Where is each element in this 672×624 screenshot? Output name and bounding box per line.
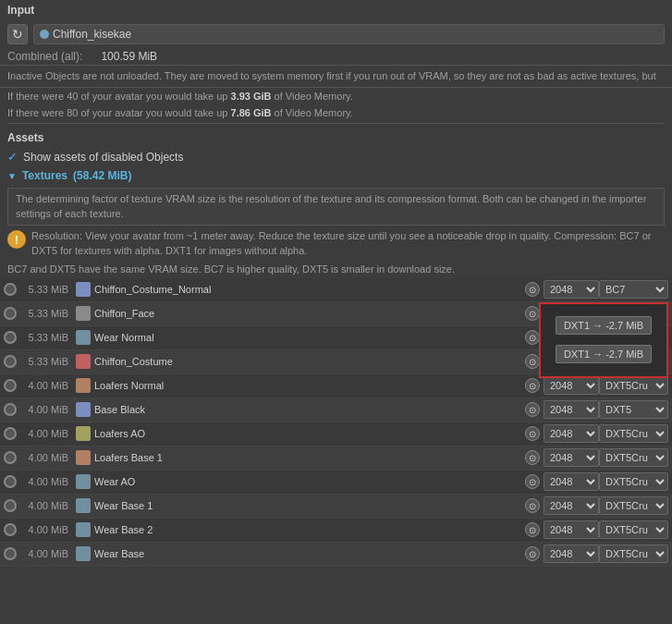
info-circle-btn[interactable]: ⊙ bbox=[525, 402, 540, 417]
texture-row: 4.00 MiB Wear Base ⊙ 3264128256512102420… bbox=[0, 543, 672, 567]
popup-btn-row3[interactable]: DXT1 → -2.7 MiB bbox=[556, 345, 652, 363]
format-select[interactable]: BC7DXT1DXT5DXT5CruBC7Cru bbox=[599, 400, 668, 419]
object-field[interactable]: Chiffon_kisekae bbox=[33, 24, 665, 44]
triangle-icon: ▼ bbox=[7, 171, 17, 181]
format-select[interactable]: BC7DXT1DXT5DXT5CruBC7Cru bbox=[599, 448, 668, 467]
memory-80-suffix: of Video Memory. bbox=[272, 107, 353, 118]
texture-size: 4.00 MiB bbox=[20, 548, 76, 559]
refresh-button[interactable]: ↻ bbox=[7, 24, 28, 44]
texture-name: Wear Base 2 bbox=[94, 524, 521, 535]
info-circle-btn[interactable]: ⊙ bbox=[525, 306, 540, 321]
textures-size: (58.42 MiB) bbox=[73, 169, 131, 182]
format-select[interactable]: BC7DXT1DXT5DXT5CruBC7Cru bbox=[599, 280, 668, 299]
texture-row: 5.33 MiB Chiffon_Costume_Normal ⊙ 326412… bbox=[0, 278, 672, 302]
resolution-select[interactable]: 3264128256512102420484096 bbox=[544, 280, 599, 299]
texture-size: 4.00 MiB bbox=[20, 452, 76, 463]
info-circle-btn[interactable]: ⊙ bbox=[525, 426, 540, 441]
info-circle-btn[interactable]: ⊙ bbox=[525, 546, 540, 561]
format-select[interactable]: BC7DXT1DXT5DXT5CruBC7Cru bbox=[599, 544, 668, 563]
radio-button[interactable] bbox=[4, 355, 17, 368]
info-circle-btn[interactable]: ⊙ bbox=[525, 282, 540, 297]
warning-row: ! Resolution: View your avatar from ~1 m… bbox=[7, 229, 665, 258]
texture-size: 5.33 MiB bbox=[20, 332, 76, 343]
radio-button[interactable] bbox=[4, 331, 17, 344]
checkmark-icon: ✓ bbox=[7, 150, 18, 164]
resolution-select[interactable]: 3264128256512102420484096 bbox=[544, 376, 599, 395]
format-select[interactable]: BC7DXT1DXT5DXT5CruBC7Cru bbox=[599, 424, 668, 443]
texture-size: 4.00 MiB bbox=[20, 524, 76, 535]
radio-button[interactable] bbox=[4, 379, 17, 392]
texture-thumb bbox=[76, 522, 91, 537]
texture-thumb bbox=[76, 474, 91, 489]
radio-button[interactable] bbox=[4, 307, 17, 320]
textures-label: Textures bbox=[22, 169, 67, 182]
texture-size: 5.33 MiB bbox=[20, 308, 76, 319]
warning-text: Resolution: View your avatar from ~1 met… bbox=[31, 229, 665, 258]
texture-size: 5.33 MiB bbox=[20, 356, 76, 367]
format-select[interactable]: BC7DXT1DXT5DXT5CruBC7Cru bbox=[599, 496, 668, 515]
info-circle-btn[interactable]: ⊙ bbox=[525, 450, 540, 465]
info-circle-btn[interactable]: ⊙ bbox=[525, 474, 540, 489]
memory-40-value: 3.93 GiB bbox=[231, 91, 272, 102]
texture-name: Loafers Base 1 bbox=[94, 452, 521, 463]
radio-button[interactable] bbox=[4, 451, 17, 464]
texture-thumb bbox=[76, 306, 91, 321]
bc7-note: BC7 and DXT5 have the same VRAM size. BC… bbox=[0, 262, 672, 278]
resolution-select[interactable]: 3264128256512102420484096 bbox=[544, 472, 599, 491]
radio-button[interactable] bbox=[4, 475, 17, 488]
resolution-select[interactable]: 3264128256512102420484096 bbox=[544, 424, 599, 443]
texture-name: Loafers Normal bbox=[94, 380, 521, 391]
texture-name: Wear AO bbox=[94, 476, 521, 487]
resolution-select[interactable]: 3264128256512102420484096 bbox=[544, 400, 599, 419]
resolution-select[interactable]: 3264128256512102420484096 bbox=[544, 520, 599, 539]
info-circle-btn[interactable]: ⊙ bbox=[525, 378, 540, 393]
divider-1 bbox=[7, 123, 665, 124]
texture-name: Loafers AO bbox=[94, 428, 521, 439]
info-circle-btn[interactable]: ⊙ bbox=[525, 522, 540, 537]
popup-btn-row1[interactable]: DXT1 → -2.7 MiB bbox=[556, 316, 652, 335]
assets-header: Assets bbox=[0, 128, 672, 148]
texture-size: 4.00 MiB bbox=[20, 476, 76, 487]
format-select[interactable]: BC7DXT1DXT5DXT5CruBC7Cru bbox=[599, 472, 668, 491]
texture-thumb bbox=[76, 354, 91, 369]
texture-row: 4.00 MiB Base Black ⊙ 326412825651210242… bbox=[0, 398, 672, 422]
show-disabled-row[interactable]: ✓ Show assets of disabled Objects bbox=[0, 148, 672, 167]
info-circle-btn[interactable]: ⊙ bbox=[525, 354, 540, 369]
radio-button[interactable] bbox=[4, 523, 17, 536]
textures-header[interactable]: ▼ Textures (58.42 MiB) bbox=[0, 167, 672, 184]
memory-80-value: 7.86 GiB bbox=[231, 107, 272, 118]
format-select[interactable]: BC7DXT1DXT5DXT5CruBC7Cru bbox=[599, 376, 668, 395]
info-circle-btn[interactable]: ⊙ bbox=[525, 498, 540, 513]
object-name: Chiffon_kisekae bbox=[53, 28, 131, 41]
texture-thumb bbox=[76, 498, 91, 513]
object-dot-icon bbox=[40, 30, 49, 39]
resolution-select[interactable]: 3264128256512102420484096 bbox=[544, 544, 599, 563]
texture-thumb bbox=[76, 330, 91, 345]
radio-button[interactable] bbox=[4, 547, 17, 560]
texture-name: Base Black bbox=[94, 404, 521, 415]
texture-name: Wear Base bbox=[94, 548, 521, 559]
format-select[interactable]: BC7DXT1DXT5DXT5CruBC7Cru bbox=[599, 520, 668, 539]
memory-40-prefix: If there were 40 of your avatar you woul… bbox=[7, 91, 231, 102]
resolution-select[interactable]: 3264128256512102420484096 bbox=[544, 496, 599, 515]
memory-40-suffix: of Video Memory. bbox=[272, 91, 353, 102]
texture-size: 4.00 MiB bbox=[20, 404, 76, 415]
main-panel: Input ↻ Chiffon_kisekae Combined (all): … bbox=[0, 0, 672, 567]
inactive-warning: Inactive Objects are not unloaded. They … bbox=[0, 65, 672, 88]
combined-label: Combined (all): bbox=[7, 50, 82, 63]
texture-row: 4.00 MiB Wear Base 2 ⊙ 32641282565121024… bbox=[0, 519, 672, 543]
radio-button[interactable] bbox=[4, 427, 17, 440]
info-circle-btn[interactable]: ⊙ bbox=[525, 330, 540, 345]
combined-info-row: Combined (all): 100.59 MiB bbox=[0, 48, 672, 65]
texture-thumb bbox=[76, 282, 91, 297]
texture-thumb bbox=[76, 378, 91, 393]
texture-thumb bbox=[76, 426, 91, 441]
radio-button[interactable] bbox=[4, 403, 17, 416]
radio-button[interactable] bbox=[4, 283, 17, 296]
texture-size: 4.00 MiB bbox=[20, 380, 76, 391]
radio-button[interactable] bbox=[4, 499, 17, 512]
texture-name: Wear Normal bbox=[94, 332, 521, 343]
texture-thumb bbox=[76, 450, 91, 465]
texture-row: 4.00 MiB Loafers Base 1 ⊙ 32641282565121… bbox=[0, 447, 672, 471]
resolution-select[interactable]: 3264128256512102420484096 bbox=[544, 448, 599, 467]
